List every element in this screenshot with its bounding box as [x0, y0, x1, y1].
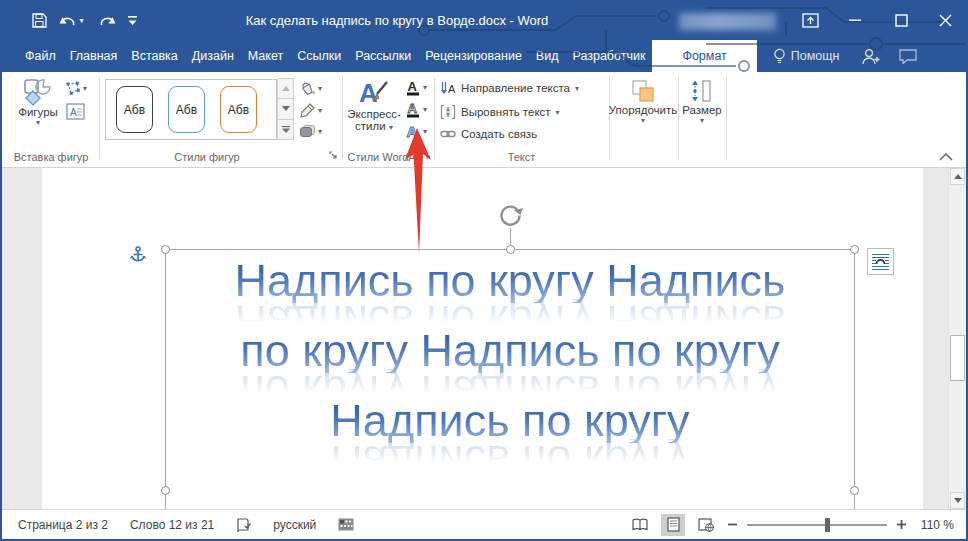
shape-style-thumb-3[interactable]: Абв	[220, 86, 257, 133]
shape-style-thumb-2[interactable]: Абв	[168, 86, 205, 133]
text-effects-icon: А	[405, 123, 421, 140]
undo-dropdown-caret[interactable]: ▾	[79, 16, 83, 25]
zoom-in-button[interactable]	[896, 519, 907, 530]
close-icon	[939, 14, 952, 27]
tab-insert[interactable]: Вставка	[124, 40, 184, 72]
shapes-dropdown-caret: ▾	[36, 118, 40, 127]
text-direction-caret: ▾	[575, 84, 579, 93]
svg-text:А: А	[408, 79, 418, 94]
undo-button[interactable]: ▾	[54, 8, 88, 32]
draw-textbox-button[interactable]: A	[66, 103, 85, 120]
comments-icon[interactable]	[899, 49, 917, 64]
arrange-button[interactable]: Упорядочить ▾	[612, 78, 674, 125]
close-button[interactable]	[930, 8, 960, 32]
maximize-button[interactable]	[886, 8, 916, 32]
minimize-button[interactable]	[840, 8, 870, 32]
shapes-label: Фигуры	[18, 106, 58, 118]
ribbon-display-options-icon	[802, 13, 819, 28]
size-button[interactable]: Размер ▾	[680, 78, 724, 125]
quick-styles-icon: A	[357, 78, 391, 108]
ribbon-tab-bar: Файл Главная Вставка Дизайн Макет Ссылки…	[2, 40, 966, 72]
proofing-icon[interactable]	[236, 517, 251, 533]
tab-view[interactable]: Вид	[529, 40, 566, 72]
text-fill-button[interactable]: А ▾	[405, 79, 427, 96]
gallery-scroll-down[interactable]	[277, 98, 294, 119]
resize-handle-top-center[interactable]	[506, 245, 515, 254]
shape-outline-button[interactable]: ▾	[299, 102, 322, 118]
text-direction-button[interactable]: А Направление текста ▾	[440, 80, 579, 96]
wordart-reflection: Надпись по кругу	[165, 439, 855, 484]
wordart-styles-dialog-launcher[interactable]	[421, 150, 433, 162]
assistant-label: Помощн	[791, 49, 840, 63]
tab-format-active[interactable]: Формат	[652, 40, 756, 72]
document-area[interactable]: Надпись по кругу Надпись Надпись по круг…	[2, 168, 966, 509]
text-outline-button[interactable]: А ▾	[405, 101, 427, 118]
scrollbar-thumb[interactable]	[950, 335, 965, 381]
shapes-button[interactable]: Фигуры ▾	[12, 78, 64, 127]
wordart-textbox[interactable]: Надпись по кругу Надпись Надпись по круг…	[165, 258, 855, 468]
gallery-more-button[interactable]	[277, 119, 294, 140]
redo-button[interactable]	[94, 8, 120, 32]
wordart-line-3: Надпись по кругу Надпись по кругу	[165, 398, 855, 468]
scroll-down-button[interactable]	[950, 492, 965, 509]
read-mode-button[interactable]	[628, 514, 652, 536]
account-name-blurred	[679, 13, 776, 30]
tab-review[interactable]: Рецензирование	[418, 40, 529, 72]
shape-fill-button[interactable]: ▾	[299, 80, 322, 96]
shape-style-thumb-1[interactable]: Абв	[116, 86, 153, 133]
shape-styles-dialog-launcher[interactable]	[328, 150, 340, 162]
print-layout-icon	[667, 517, 680, 532]
tab-home[interactable]: Главная	[63, 40, 125, 72]
word-count[interactable]: Слово 12 из 21	[130, 518, 214, 532]
vertical-scrollbar[interactable]	[948, 168, 966, 509]
layout-options-button[interactable]	[867, 248, 894, 275]
align-text-caret: ▾	[556, 108, 560, 117]
shape-effects-button[interactable]: ▾	[299, 124, 322, 139]
zoom-out-button[interactable]	[727, 519, 738, 530]
resize-handle-top-left[interactable]	[161, 245, 170, 254]
tab-references[interactable]: Ссылки	[290, 40, 348, 72]
gallery-scroll-up[interactable]	[277, 78, 294, 99]
shape-fill-caret: ▾	[318, 84, 322, 93]
ribbon-display-options-button[interactable]	[795, 8, 825, 32]
edit-shape-button[interactable]: ▾	[65, 81, 87, 96]
tab-design[interactable]: Дизайн	[185, 40, 241, 72]
keyboard-icon[interactable]	[338, 518, 354, 531]
web-layout-button[interactable]	[694, 514, 718, 536]
print-layout-button[interactable]	[661, 514, 685, 536]
rotate-handle-icon[interactable]	[497, 202, 524, 229]
tab-mailings[interactable]: Рассылки	[348, 40, 418, 72]
tell-me-assistant[interactable]: Помощн	[763, 40, 850, 72]
quick-styles-label-line2: стили ▾	[355, 120, 393, 132]
draw-textbox-icon: A	[66, 103, 85, 120]
zoom-level[interactable]: 110 %	[916, 518, 954, 532]
customize-quick-access-button[interactable]	[122, 8, 142, 32]
quick-styles-button[interactable]: A Экспресс- стили ▾	[346, 78, 402, 132]
create-link-label: Создать связь	[461, 128, 537, 140]
share-person-icon[interactable]	[861, 48, 881, 65]
wordart-line-2: по кругу Надпись по кругу по кругу Надпи…	[165, 328, 855, 398]
align-text-button[interactable]: Выровнять текст ▾	[440, 104, 560, 120]
wordart-line-1: Надпись по кругу Надпись Надпись по круг…	[165, 258, 855, 328]
svg-text:A: A	[70, 107, 77, 118]
zoom-slider-handle[interactable]	[825, 518, 830, 532]
tab-file[interactable]: Файл	[18, 40, 63, 72]
shapes-icon	[23, 78, 53, 106]
create-link-button[interactable]: Создать связь	[440, 128, 537, 140]
text-outline-icon: А	[405, 101, 421, 118]
collapse-ribbon-button[interactable]	[938, 151, 954, 163]
text-effects-button[interactable]: А ▾	[405, 123, 427, 140]
insert-shapes-group-label: Вставка фигур	[4, 151, 98, 163]
resize-handle-top-right[interactable]	[850, 245, 859, 254]
zoom-slider[interactable]	[747, 524, 887, 526]
language-indicator[interactable]: русский	[273, 518, 316, 532]
tab-layout[interactable]: Макет	[241, 40, 290, 72]
save-button[interactable]	[26, 8, 52, 32]
edit-shape-caret: ▾	[83, 84, 87, 93]
arrange-caret: ▾	[641, 116, 645, 125]
scroll-up-button[interactable]	[950, 168, 965, 185]
resize-handle-middle-right[interactable]	[850, 486, 859, 495]
page-indicator[interactable]: Страница 2 из 2	[18, 518, 108, 532]
tab-developer[interactable]: Разработчик	[565, 40, 652, 72]
resize-handle-middle-left[interactable]	[161, 486, 170, 495]
